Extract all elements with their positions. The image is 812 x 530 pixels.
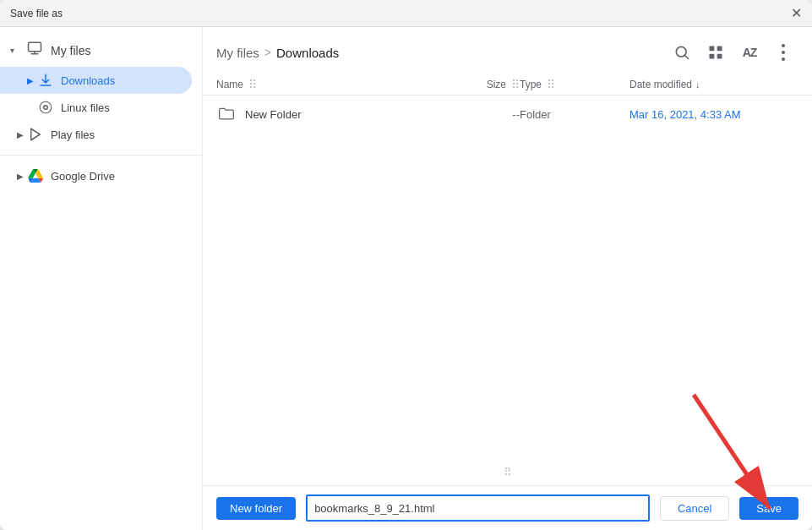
breadcrumb-parent[interactable]: My files xyxy=(216,46,259,60)
sidebar-play-label: Play files xyxy=(51,128,182,141)
download-icon xyxy=(37,72,54,89)
file-size: -- xyxy=(435,108,520,121)
file-area: My files > Downloads xyxy=(203,27,812,530)
breadcrumb: My files > Downloads xyxy=(216,46,339,60)
svg-rect-6 xyxy=(710,46,715,52)
file-date: Mar 16, 2021, 4:33 AM xyxy=(629,108,798,121)
close-button[interactable]: ✕ xyxy=(791,7,802,20)
save-button[interactable]: Save xyxy=(739,497,798,520)
col-header-type: Type ⠿ xyxy=(520,78,629,91)
expand-gdrive-icon: ▶ xyxy=(14,169,27,183)
area-resize-handle[interactable]: ⠿ xyxy=(203,459,812,485)
expand-linux-icon xyxy=(24,101,37,114)
expand-my-files-icon: ▾ xyxy=(10,46,24,55)
filename-input[interactable] xyxy=(306,494,650,522)
computer-icon xyxy=(27,41,42,60)
folder-icon xyxy=(216,104,237,124)
svg-point-10 xyxy=(782,44,785,47)
svg-marker-4 xyxy=(31,128,41,140)
toolbar-icons: AZ xyxy=(667,37,798,68)
svg-rect-8 xyxy=(710,54,715,59)
expand-play-icon: ▶ xyxy=(14,128,27,141)
grid-view-button[interactable] xyxy=(700,37,731,68)
col-resize-size[interactable]: ⠿ xyxy=(511,78,520,91)
new-folder-button[interactable]: New folder xyxy=(216,497,296,520)
column-headers: Name ⠿ Size ⠿ Type ⠿ Date modified ↓ xyxy=(203,74,812,96)
search-button[interactable] xyxy=(667,37,697,68)
table-row[interactable]: New Folder -- Folder Mar 16, 2021, 4:33 … xyxy=(203,99,812,129)
col-header-name: Name ⠿ xyxy=(216,78,435,91)
bottom-bar: New folder Cancel Save xyxy=(203,485,812,530)
sidebar-item-linux-files[interactable]: Linux files xyxy=(0,94,192,121)
window-title: Save file as xyxy=(10,8,63,19)
sidebar-downloads-label: Downloads xyxy=(61,74,182,87)
file-list: New Folder -- Folder Mar 16, 2021, 4:33 … xyxy=(203,96,812,459)
sidebar-item-play-files[interactable]: ▶ Play files xyxy=(0,121,192,148)
my-files-label: My files xyxy=(51,44,90,57)
sidebar: ▾ My files ▶ xyxy=(0,27,203,530)
more-options-button[interactable] xyxy=(768,37,798,68)
svg-point-11 xyxy=(782,51,785,54)
breadcrumb-current: Downloads xyxy=(276,46,339,60)
play-icon xyxy=(27,126,44,143)
sort-button[interactable]: AZ xyxy=(734,37,765,68)
google-drive-icon xyxy=(27,167,44,184)
sidebar-item-google-drive[interactable]: ▶ Google Drive xyxy=(0,162,192,189)
sidebar-divider xyxy=(0,155,202,156)
sort-arrow-down: ↓ xyxy=(695,79,700,90)
expand-downloads-icon: ▶ xyxy=(24,74,37,87)
sidebar-item-downloads[interactable]: ▶ Downloads xyxy=(0,67,192,94)
col-resize-name[interactable]: ⠿ xyxy=(248,78,257,91)
svg-rect-9 xyxy=(717,54,722,59)
col-header-date: Date modified ↓ xyxy=(629,79,798,90)
col-header-size: Size ⠿ xyxy=(435,78,520,91)
cancel-button[interactable]: Cancel xyxy=(660,496,729,521)
sidebar-my-files[interactable]: ▾ My files xyxy=(0,34,202,67)
sidebar-linux-label: Linux files xyxy=(61,101,182,114)
col-resize-type[interactable]: ⠿ xyxy=(547,78,555,91)
breadcrumb-separator: > xyxy=(264,46,271,59)
svg-point-3 xyxy=(45,107,47,109)
file-type: Folder xyxy=(520,108,629,121)
svg-point-12 xyxy=(782,57,785,61)
svg-rect-7 xyxy=(717,46,722,52)
main-content: ▾ My files ▶ xyxy=(0,27,812,530)
file-name: New Folder xyxy=(245,108,435,121)
sidebar-gdrive-label: Google Drive xyxy=(51,170,182,183)
linux-icon xyxy=(37,99,54,116)
title-bar: Save file as ✕ xyxy=(0,0,812,27)
svg-rect-0 xyxy=(29,42,41,52)
file-header: My files > Downloads xyxy=(203,27,812,74)
